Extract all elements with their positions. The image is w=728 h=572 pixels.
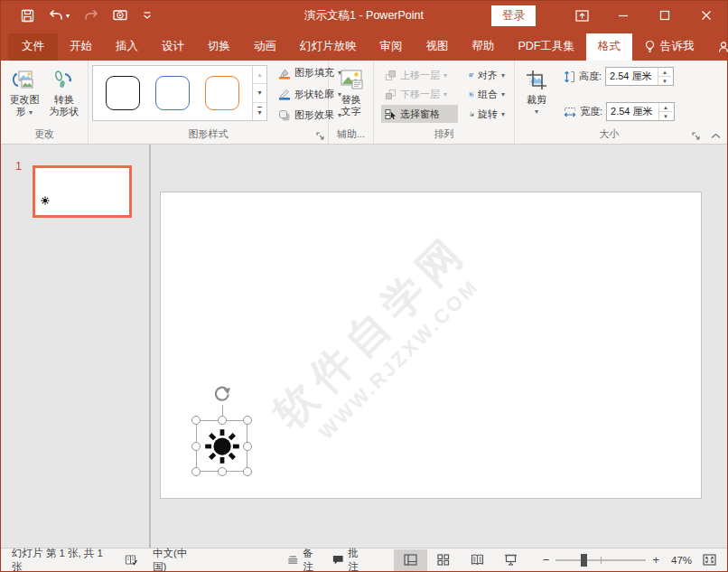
maximize-button[interactable] bbox=[644, 1, 686, 30]
width-input[interactable] bbox=[607, 103, 658, 120]
share-button[interactable]: 共享 bbox=[706, 33, 728, 61]
tab-insert[interactable]: 插入 bbox=[104, 33, 150, 61]
watermark: 软件自学网 WWW.RJZXW.COM bbox=[262, 222, 497, 457]
resize-handle-ne[interactable] bbox=[243, 416, 252, 425]
ribbon-display-options-button[interactable] bbox=[561, 1, 602, 30]
comments-button[interactable]: 批注 bbox=[327, 549, 372, 571]
resize-handle-n[interactable] bbox=[218, 416, 227, 425]
save-button[interactable] bbox=[21, 9, 34, 23]
notes-button[interactable]: 备注 bbox=[282, 549, 327, 571]
width-spinner: ▲ ▼ bbox=[606, 102, 675, 121]
style-gallery: ▴ ▾ ▾ bbox=[92, 65, 267, 121]
height-label: 高度: bbox=[579, 70, 602, 83]
resize-handle-sw[interactable] bbox=[191, 467, 201, 476]
resize-handle-s[interactable] bbox=[218, 467, 227, 476]
height-increment-button[interactable]: ▲ bbox=[658, 68, 671, 76]
graphic-fill-icon bbox=[278, 67, 291, 80]
sun-shape[interactable] bbox=[202, 427, 242, 469]
style-swatch-orange[interactable] bbox=[205, 76, 239, 110]
customize-qat-button[interactable] bbox=[143, 11, 152, 20]
zoom-slider-track[interactable] bbox=[555, 559, 646, 561]
zoom-slider-handle[interactable] bbox=[581, 554, 587, 567]
slide-counter[interactable]: 幻灯片 第 1 张, 共 1 张 bbox=[6, 549, 112, 571]
selection-pane-button[interactable]: 选择窗格 bbox=[381, 105, 458, 123]
resize-handle-e[interactable] bbox=[243, 442, 252, 451]
fit-to-window-button[interactable] bbox=[697, 549, 722, 571]
slide-thumbnail[interactable] bbox=[33, 165, 132, 218]
tab-slideshow[interactable]: 幻灯片放映 bbox=[288, 33, 369, 61]
slide-sorter-view-button[interactable] bbox=[427, 549, 461, 571]
undo-button[interactable]: ▾ bbox=[49, 9, 70, 22]
resize-handle-w[interactable] bbox=[191, 442, 201, 451]
tab-view[interactable]: 视图 bbox=[415, 33, 461, 61]
tab-home[interactable]: 开始 bbox=[58, 33, 104, 61]
crop-button[interactable]: 裁剪 ▾ bbox=[518, 63, 555, 127]
shape-outline-icon bbox=[278, 88, 291, 100]
zoom-level[interactable]: 47% bbox=[666, 555, 697, 566]
tab-file[interactable]: 文件 bbox=[8, 33, 58, 61]
resize-handle-nw[interactable] bbox=[191, 416, 201, 425]
styles-dialog-launcher[interactable] bbox=[316, 132, 325, 141]
slideshow-view-button[interactable] bbox=[494, 549, 527, 571]
tab-design[interactable]: 设计 bbox=[150, 33, 196, 61]
slide-editing-area: 软件自学网 WWW.RJZXW.COM bbox=[151, 145, 727, 548]
rotate-button[interactable]: 旋转 ▾ bbox=[465, 105, 509, 123]
tab-format[interactable]: 格式 bbox=[586, 33, 632, 61]
quick-access-toolbar: ▾ bbox=[1, 9, 152, 23]
language-indicator[interactable]: 中文(中国) bbox=[147, 549, 202, 571]
collapse-ribbon-button[interactable] bbox=[704, 61, 727, 144]
spellcheck-button[interactable] bbox=[119, 549, 144, 571]
resize-handle-se[interactable] bbox=[243, 467, 252, 476]
close-button[interactable] bbox=[686, 1, 727, 30]
slide-thumbnail-panel: 1 bbox=[1, 145, 151, 548]
title-bar: ▾ 演示文稿1 - PowerPoint 登录 bbox=[1, 1, 727, 30]
tab-help[interactable]: 帮助 bbox=[461, 33, 507, 61]
tab-pdf-tools[interactable]: PDF工具集 bbox=[507, 33, 587, 61]
send-backward-icon bbox=[385, 89, 397, 100]
align-icon bbox=[469, 70, 474, 81]
slide-number: 1 bbox=[15, 159, 22, 173]
normal-view-icon bbox=[404, 554, 417, 566]
change-graphic-button[interactable]: 更改图 形 ▾ bbox=[5, 63, 44, 127]
height-icon bbox=[564, 70, 575, 83]
width-decrement-button[interactable]: ▼ bbox=[659, 111, 672, 120]
undo-icon bbox=[49, 9, 63, 22]
sun-shape-selection[interactable] bbox=[196, 420, 247, 472]
tab-transitions[interactable]: 切换 bbox=[196, 33, 242, 61]
alt-text-icon bbox=[339, 67, 364, 94]
height-decrement-button[interactable]: ▼ bbox=[658, 76, 671, 85]
tab-review[interactable]: 审阅 bbox=[369, 33, 415, 61]
gallery-scroll-up-button[interactable]: ▴ bbox=[253, 66, 266, 83]
convert-to-shape-button[interactable]: 转换 为形状 bbox=[44, 63, 84, 127]
group-label: 组合 bbox=[478, 88, 498, 101]
lightbulb-icon bbox=[644, 40, 656, 53]
bring-forward-button[interactable]: 上移一层 ▾ bbox=[381, 66, 458, 84]
width-increment-button[interactable]: ▲ bbox=[659, 103, 672, 111]
style-swatch-blue[interactable] bbox=[155, 76, 190, 110]
style-swatch-black[interactable] bbox=[106, 76, 140, 110]
gallery-scroll-down-button[interactable]: ▾ bbox=[253, 83, 266, 102]
tab-tell-me[interactable]: 告诉我 bbox=[632, 33, 706, 61]
group-button[interactable]: 组合 ▾ bbox=[465, 86, 509, 104]
normal-view-button[interactable] bbox=[394, 549, 427, 571]
send-backward-button[interactable]: 下移一层 ▾ bbox=[381, 86, 458, 104]
align-button[interactable]: 对齐 ▾ bbox=[465, 66, 509, 84]
tab-animations[interactable]: 动画 bbox=[242, 33, 288, 61]
alt-text-button[interactable]: 替换 文字 bbox=[332, 63, 369, 127]
minimize-button[interactable] bbox=[602, 1, 644, 30]
reading-view-button[interactable] bbox=[461, 549, 494, 571]
work-area: 1 软件自学网 WWW.RJZXW.COM bbox=[1, 145, 727, 548]
sign-in-button[interactable]: 登录 bbox=[491, 5, 536, 26]
rotate-handle[interactable] bbox=[212, 383, 232, 406]
redo-button[interactable] bbox=[84, 9, 98, 22]
minimize-icon bbox=[618, 10, 629, 21]
send-backward-label: 下移一层 bbox=[400, 88, 440, 101]
start-slideshow-button[interactable] bbox=[113, 9, 128, 23]
zoom-in-button[interactable]: + bbox=[646, 553, 666, 567]
gallery-more-button[interactable]: ▾ bbox=[253, 103, 266, 120]
redo-icon bbox=[84, 9, 98, 22]
size-dialog-launcher[interactable] bbox=[692, 132, 701, 141]
height-input[interactable] bbox=[606, 68, 658, 85]
zoom-out-button[interactable]: − bbox=[537, 553, 556, 567]
selection-pane-icon bbox=[385, 108, 397, 120]
